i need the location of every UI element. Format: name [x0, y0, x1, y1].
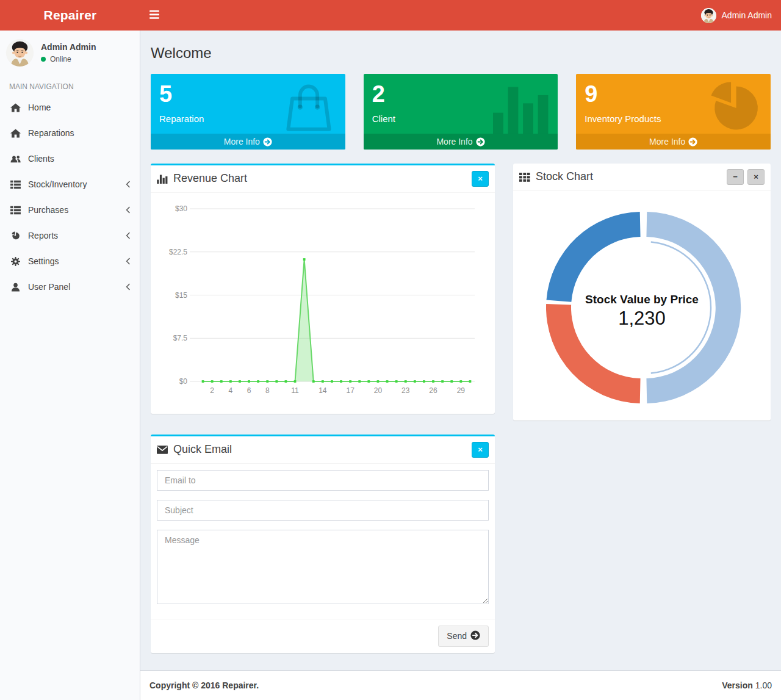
- revenue-panel-header: Revenue Chart ×: [151, 165, 495, 193]
- sidebar-user-status: Online: [41, 55, 96, 63]
- subject-input[interactable]: [157, 500, 489, 521]
- info-box-client: 2ClientMore Info: [364, 74, 558, 150]
- gear-icon: [9, 257, 21, 266]
- revenue-area-chart: $0$7.5$15$22.5$30246811141720232629: [157, 199, 489, 405]
- more-info-label: More Info: [436, 137, 472, 146]
- copyright-text: Copyright © 2016 Repairer.: [149, 680, 259, 690]
- user-icon: [9, 283, 21, 292]
- svg-text:$7.5: $7.5: [173, 334, 188, 342]
- sidebar-item-label: Settings: [28, 256, 59, 266]
- svg-text:$15: $15: [175, 290, 187, 299]
- sidebar-item-label: Reports: [28, 231, 58, 240]
- sidebar-item-purchases[interactable]: Purchases: [0, 197, 140, 223]
- svg-text:23: 23: [401, 386, 410, 395]
- list-icon: [9, 206, 21, 215]
- email-panel-header: Quick Email ×: [151, 436, 495, 464]
- avatar: [701, 8, 716, 23]
- sidebar-item-label: Stock/Inventory: [28, 179, 87, 189]
- stock-panel-body: Stock Value by Price1,230: [513, 191, 771, 420]
- envelope-icon: [157, 445, 168, 455]
- info-box-row: 5ReparationMore Info2ClientMore Info9Inv…: [151, 74, 771, 150]
- email-panel-footer: Send: [151, 619, 495, 653]
- sidebar-item-stock-inventory[interactable]: Stock/Inventory: [0, 171, 140, 197]
- sidebar-item-clients[interactable]: Clients: [0, 146, 140, 171]
- stock-close-button[interactable]: ×: [747, 169, 765, 185]
- revenue-chart-panel: Revenue Chart × $0$7.5$15$22.5$302468111…: [151, 164, 495, 414]
- navbar-user-menu[interactable]: Admin Admin: [692, 0, 781, 31]
- sidebar-item-label: Home: [28, 103, 51, 112]
- main-area: Welcome 5ReparationMore Info2ClientMore …: [140, 31, 781, 700]
- sidebar-section-label: MAIN NAVIGATION: [0, 74, 140, 95]
- svg-text:17: 17: [346, 386, 355, 395]
- version-value: 1.00: [755, 680, 772, 690]
- stock-panel-title: Stock Chart: [536, 170, 593, 183]
- revenue-panel-body: $0$7.5$15$22.5$30246811141720232629: [151, 193, 495, 414]
- donut-center-value: 1,230: [618, 308, 666, 329]
- sidebar-item-label: Reparations: [28, 128, 74, 138]
- sidebar-item-reparations[interactable]: Reparations: [0, 120, 140, 146]
- more-info-label: More Info: [224, 137, 260, 146]
- content: Welcome 5ReparationMore Info2ClientMore …: [140, 31, 781, 670]
- svg-text:8: 8: [265, 386, 270, 395]
- sidebar-item-label: User Panel: [28, 282, 70, 292]
- sidebar-item-reports[interactable]: Reports: [0, 223, 140, 248]
- chevron-left-icon: [126, 232, 131, 239]
- message-textarea[interactable]: [157, 530, 489, 604]
- svg-text:$0: $0: [179, 377, 188, 386]
- stock-panel-header: Stock Chart − ×: [513, 164, 771, 191]
- sidebar-user-panel: Admin Admin Online: [0, 31, 140, 74]
- pie-chart-icon: [706, 80, 762, 136]
- info-box-inventory-products: 9Inventory ProductsMore Info: [576, 74, 771, 150]
- svg-text:4: 4: [229, 386, 233, 395]
- avatar: [6, 39, 34, 67]
- email-to-input[interactable]: [157, 470, 489, 491]
- page-footer: Copyright © 2016 Repairer. Version1.00: [140, 670, 781, 700]
- sidebar-user-name: Admin Admin: [41, 42, 96, 52]
- send-button-label: Send: [447, 631, 467, 641]
- sidebar-item-settings[interactable]: Settings: [0, 248, 140, 274]
- send-button[interactable]: Send: [438, 626, 489, 647]
- svg-text:20: 20: [374, 386, 383, 395]
- svg-text:6: 6: [247, 386, 251, 395]
- close-icon: ×: [478, 175, 483, 182]
- svg-text:11: 11: [291, 386, 299, 395]
- stock-collapse-button[interactable]: −: [727, 169, 744, 185]
- email-panel-body: [151, 464, 495, 619]
- brand-logo[interactable]: Repairer: [0, 0, 140, 31]
- sidebar-toggle-button[interactable]: [140, 0, 168, 31]
- list-icon: [9, 180, 21, 189]
- donut-slice-blue-segment: [547, 212, 641, 302]
- sidebar: Admin Admin Online MAIN NAVIGATION HomeR…: [0, 31, 140, 700]
- grid-icon: [519, 172, 530, 182]
- svg-text:14: 14: [319, 386, 327, 395]
- svg-text:$30: $30: [175, 204, 187, 213]
- chevron-left-icon: [126, 206, 131, 214]
- sidebar-item-home[interactable]: Home: [0, 95, 140, 120]
- svg-text:$22.5: $22.5: [169, 247, 187, 256]
- users-icon: [9, 154, 21, 164]
- arrow-circle-right-icon: [685, 137, 697, 146]
- sidebar-item-user-panel[interactable]: User Panel: [0, 274, 140, 300]
- sidebar-item-label: Clients: [28, 154, 54, 164]
- svg-text:2: 2: [210, 386, 214, 395]
- close-icon: ×: [754, 173, 758, 181]
- revenue-close-button[interactable]: ×: [472, 171, 489, 187]
- chevron-left-icon: [126, 181, 131, 188]
- bar-chart-icon: [157, 174, 168, 184]
- top-navbar: Repairer Admin Admin: [0, 0, 781, 31]
- version-label: Version: [722, 680, 753, 690]
- close-icon: ×: [478, 446, 483, 453]
- arrow-circle-right-icon: [470, 630, 480, 642]
- navbar: Admin Admin: [140, 0, 781, 31]
- page-title: Welcome: [151, 45, 763, 62]
- home-icon: [9, 129, 21, 138]
- page-wrapper: Admin Admin Online MAIN NAVIGATION HomeR…: [0, 31, 781, 700]
- svg-text:29: 29: [457, 386, 466, 395]
- version-text: Version1.00: [722, 680, 772, 690]
- navbar-user-name: Admin Admin: [722, 10, 772, 20]
- stock-chart-panel: Stock Chart − × Stock Value by Price1,23…: [513, 164, 771, 420]
- online-status-label: Online: [50, 55, 71, 63]
- email-close-button[interactable]: ×: [472, 442, 489, 458]
- minus-icon: −: [733, 173, 738, 181]
- online-status-icon: [41, 57, 46, 62]
